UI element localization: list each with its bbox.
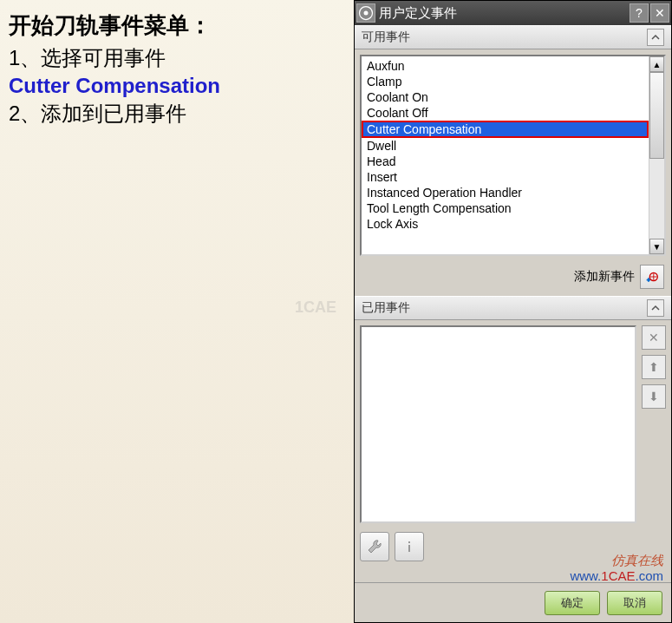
scrollbar[interactable]: ▲ ▼ [649, 56, 664, 254]
left-highlight: Cutter Compensation [9, 74, 345, 98]
watermark-center: 1CAE [295, 298, 336, 317]
available-events-label: 可用事件 [362, 30, 410, 45]
svg-rect-7 [408, 541, 410, 543]
watermark-bottom-right: 仿真在线 www.1CAE.com [570, 553, 663, 584]
add-new-event-row: 添加新事件 [355, 261, 671, 296]
used-events-side-buttons: ✕ ⬆ ⬇ [642, 325, 666, 523]
available-events-listbox[interactable]: AuxfunClampCoolant OnCoolant OffCutter C… [360, 55, 666, 256]
scroll-down-icon[interactable]: ▼ [649, 239, 664, 254]
move-up-button[interactable]: ⬆ [642, 355, 666, 379]
available-events-header[interactable]: 可用事件 [355, 25, 671, 49]
scroll-up-icon[interactable]: ▲ [649, 56, 664, 72]
list-item[interactable]: Clamp [362, 74, 649, 89]
svg-point-1 [364, 11, 369, 16]
collapse-icon[interactable] [647, 299, 664, 317]
wrench-icon[interactable] [360, 532, 389, 561]
left-step-1: 1、选择可用事件 [9, 44, 345, 72]
close-button[interactable]: ✕ [650, 3, 669, 23]
watermark-text: 仿真在线 [570, 553, 663, 568]
list-item[interactable]: Lock Axis [362, 216, 649, 232]
info-icon[interactable] [395, 532, 424, 561]
scroll-track[interactable] [649, 72, 664, 239]
list-item[interactable]: Head [362, 154, 649, 169]
help-button[interactable]: ? [630, 3, 649, 23]
dialog-titlebar: 用户定义事件 ? ✕ [355, 1, 671, 25]
move-down-button[interactable]: ⬇ [642, 384, 666, 409]
list-item[interactable]: Tool Length Compensation [362, 200, 649, 216]
list-item[interactable]: Auxfun [362, 58, 649, 74]
add-new-event-label: 添加新事件 [574, 269, 635, 285]
gear-icon[interactable] [356, 3, 375, 23]
user-defined-events-dialog: 用户定义事件 ? ✕ 可用事件 AuxfunClampCoolant OnCoo… [354, 0, 672, 623]
used-events-area: ✕ ⬆ ⬇ [360, 325, 666, 523]
left-step-2: 2、添加到已用事件 [9, 100, 345, 128]
used-events-listbox[interactable] [360, 325, 636, 523]
scroll-thumb[interactable] [649, 72, 664, 159]
add-new-event-button[interactable] [640, 265, 664, 289]
svg-rect-8 [408, 545, 410, 552]
watermark-url: www.1CAE.com [570, 568, 663, 584]
remove-button[interactable]: ✕ [642, 325, 666, 350]
list-item[interactable]: Dwell [362, 138, 649, 154]
dialog-title: 用户定义事件 [379, 5, 628, 22]
list-item[interactable]: Cutter Compensation [362, 121, 649, 138]
used-events-label: 已用事件 [362, 300, 410, 316]
collapse-icon[interactable] [647, 29, 664, 46]
used-events-header[interactable]: 已用事件 [355, 296, 671, 320]
list-item[interactable]: Coolant On [362, 89, 649, 105]
list-item[interactable]: Coolant Off [362, 105, 649, 121]
list-item[interactable]: Instanced Operation Handler [362, 185, 649, 200]
cancel-button[interactable]: 取消 [607, 591, 662, 615]
ok-button[interactable]: 确定 [545, 591, 600, 615]
available-events-list[interactable]: AuxfunClampCoolant OnCoolant OffCutter C… [362, 56, 649, 254]
list-item[interactable]: Insert [362, 169, 649, 185]
dialog-footer: 确定 取消 [355, 582, 671, 622]
left-title: 开始刀轨事件菜单： [9, 10, 345, 41]
